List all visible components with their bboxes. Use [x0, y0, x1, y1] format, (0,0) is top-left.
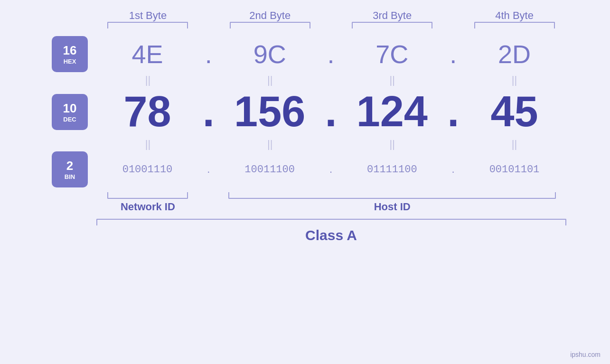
bin-byte-1: 01001110 [96, 164, 199, 176]
hex-badge-label: HEX [64, 58, 76, 65]
eq-2-3: || [340, 138, 444, 150]
dec-badge: 10 DEC [52, 94, 88, 130]
hex-byte-1: 4E [96, 39, 199, 69]
dec-dot-1: . [199, 87, 218, 136]
eq-1-2: || [218, 74, 322, 86]
bin-byte-3: 01111100 [340, 164, 444, 176]
top-bracket-4 [474, 22, 555, 28]
hex-byte-4: 2D [462, 39, 566, 69]
dec-byte-1: 78 [96, 87, 199, 136]
bin-byte-4: 00101101 [462, 164, 566, 176]
dec-dot-3: . [444, 87, 463, 136]
eq-2-4: || [463, 138, 566, 150]
network-id-bracket [107, 192, 188, 199]
bin-dot-2: . [321, 163, 340, 176]
eq-1-4: || [463, 74, 566, 86]
byte-header-1: 1st Byte [96, 9, 200, 22]
byte-header-2: 2nd Byte [218, 9, 322, 22]
bin-dot-3: . [444, 163, 463, 176]
top-bracket-2 [230, 22, 310, 28]
hex-dot-3: . [444, 39, 463, 69]
dec-byte-4: 45 [462, 87, 566, 136]
bin-badge-label: BIN [65, 173, 75, 180]
dec-dot-2: . [321, 87, 340, 136]
byte-header-4: 4th Byte [463, 9, 566, 22]
eq-1-3: || [340, 74, 444, 86]
class-bracket [96, 219, 566, 225]
dec-badge-number: 10 [63, 101, 77, 116]
hex-badge-number: 16 [63, 43, 77, 58]
hex-dot-1: . [199, 39, 218, 69]
hex-byte-2: 9C [218, 39, 321, 69]
byte-header-3: 3rd Byte [340, 9, 444, 22]
hex-badge: 16 HEX [52, 36, 88, 72]
dec-byte-2: 156 [218, 87, 321, 136]
dec-badge-label: DEC [63, 116, 76, 123]
bin-dot-1: . [199, 163, 218, 176]
eq-1-1: || [96, 74, 200, 86]
host-id-label: Host ID [218, 201, 566, 213]
eq-2-1: || [96, 138, 200, 150]
bin-byte-2: 10011100 [218, 164, 321, 176]
eq-2-2: || [218, 138, 322, 150]
top-bracket-1 [107, 22, 188, 28]
watermark: ipshu.com [570, 351, 601, 358]
hex-byte-3: 7C [340, 39, 444, 69]
class-label: Class A [96, 227, 566, 243]
dec-byte-3: 124 [340, 87, 444, 136]
bin-badge-number: 2 [66, 159, 73, 173]
host-id-bracket [228, 192, 556, 199]
top-bracket-3 [352, 22, 432, 28]
bin-badge: 2 BIN [52, 151, 88, 187]
network-id-label: Network ID [96, 201, 200, 213]
hex-dot-2: . [321, 39, 340, 69]
main-container: 1st Byte 2nd Byte 3rd Byte 4th Byte 16 H… [0, 0, 610, 364]
